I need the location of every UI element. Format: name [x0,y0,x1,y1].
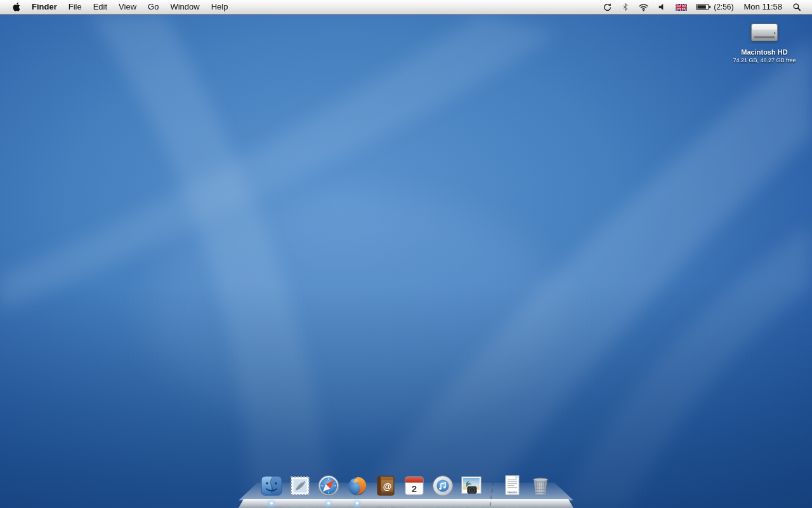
mail-icon [287,473,313,498]
dock-item-iphoto[interactable] [459,473,484,500]
hard-drive-icon [747,19,782,46]
dock-item-addressbook[interactable]: @ [373,473,398,500]
dock-separator[interactable] [487,473,496,500]
app-menu-finder[interactable]: Finder [26,0,63,14]
desktop-icon-macintosh-hd[interactable]: Macintosh HD 74.21 GB, 48.27 GB free [723,19,806,64]
menu-help[interactable]: Help [206,0,234,14]
dock: @ 2 [239,473,573,508]
pages-document-icon: PAGES [499,473,525,498]
menu-file[interactable]: File [63,0,88,14]
ical-icon: 2 [402,473,427,498]
trash-icon [528,473,553,498]
dock-items-row: @ 2 [239,473,573,508]
sync-icon[interactable] [598,0,617,14]
battery-icon [696,3,711,11]
dock-item-pages[interactable]: PAGES [499,473,525,500]
addressbook-at-glyph: @ [383,481,392,491]
desktop-surface[interactable]: Macintosh HD 74.21 GB, 48.27 GB free [0,14,812,508]
firefox-icon [344,473,370,498]
menu-view[interactable]: View [113,0,142,14]
battery-indicator[interactable]: (2:56) [691,0,738,14]
bluetooth-icon[interactable] [617,0,634,14]
ical-day-number: 2 [412,483,417,494]
menu-bar-left: Finder File Edit View Go Window Help [0,0,233,14]
finder-icon [259,473,284,498]
address-book-icon: @ [373,473,398,498]
dock-item-firefox[interactable] [344,473,370,500]
safari-icon [316,473,341,498]
hd-icon-label: Macintosh HD [723,48,806,57]
dock-item-ical[interactable]: 2 [402,473,427,500]
apple-logo-icon [12,2,20,12]
menu-bar-status-area: (2:56) Mon 11:58 [598,0,812,14]
menu-go[interactable]: Go [142,0,164,14]
running-indicator [270,502,273,505]
dock-item-trash[interactable] [528,473,553,500]
running-indicator [327,502,331,505]
aqua-blue-wallpaper [0,14,812,508]
input-language-flag-icon[interactable] [671,0,691,14]
dock-item-safari[interactable] [316,473,341,500]
dock-item-finder[interactable] [259,473,284,500]
dock-item-itunes[interactable] [430,473,455,500]
menu-bar: Finder File Edit View Go Window Help [0,0,812,15]
hd-icon-info: 74.21 GB, 48.27 GB free [723,57,806,64]
dock-item-mail[interactable] [287,473,313,500]
menu-window[interactable]: Window [164,0,205,14]
running-indicator [355,502,359,505]
menu-edit[interactable]: Edit [88,0,113,14]
itunes-icon [430,473,455,498]
volume-icon[interactable] [653,0,671,14]
spotlight-icon[interactable] [788,0,806,14]
menu-bar-clock[interactable]: Mon 11:58 [738,0,788,14]
apple-menu-icon[interactable] [6,0,26,14]
pages-badge-text: PAGES [508,491,517,494]
iphoto-icon [459,473,484,498]
wifi-icon[interactable] [634,0,653,14]
battery-time-remaining: (2:56) [714,3,733,11]
